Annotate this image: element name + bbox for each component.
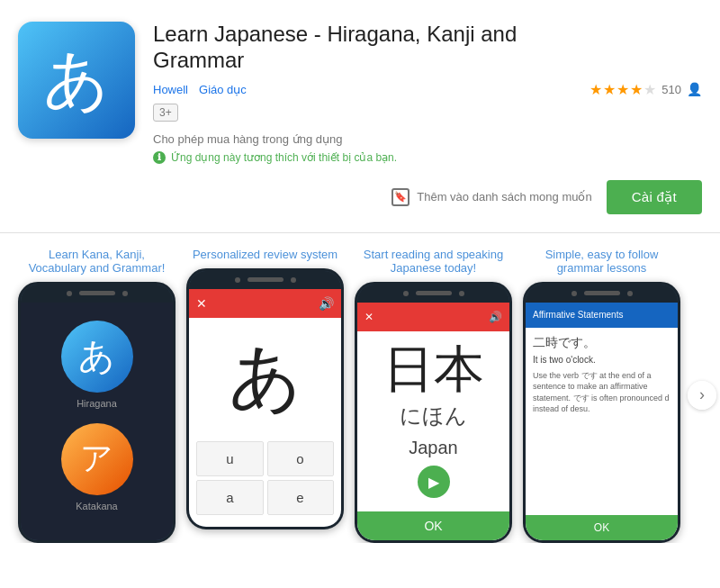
- english-display: Japan: [409, 438, 458, 458]
- answer-a[interactable]: a: [196, 480, 263, 515]
- phone-frame-2: ✕ 🔊 あ u o a e: [186, 268, 344, 529]
- review-kana: あ: [229, 330, 302, 427]
- phone4-title: Affirmative Statements: [533, 310, 623, 320]
- install-button[interactable]: Cài đặt: [607, 180, 702, 214]
- action-row: 🔖 Thêm vào danh sách mong muốn Cài đặt: [153, 180, 702, 214]
- screenshot-1: Learn Kana, Kanji,Vocabulary and Grammar…: [18, 248, 176, 543]
- answer-grid: u o a e: [196, 441, 333, 515]
- app-icon-wrapper: あ: [18, 22, 135, 214]
- hiragana-display: にほん: [400, 402, 467, 430]
- phone4-main: 二時です。 It is two o'clock. Use the verb です…: [526, 328, 678, 515]
- notch-speaker-2: [248, 277, 284, 282]
- notch-dot-6: [459, 291, 464, 296]
- answer-o[interactable]: o: [267, 441, 334, 476]
- screenshot-3-caption: Start reading and speaking Japanese toda…: [355, 248, 512, 275]
- phone4-topbar: Affirmative Statements: [526, 303, 678, 328]
- notch-dot-1: [67, 291, 72, 296]
- answer-e[interactable]: e: [267, 480, 334, 515]
- star-5: ★: [644, 81, 656, 98]
- star-3: ★: [616, 81, 629, 98]
- wishlist-button[interactable]: 🔖 Thêm vào danh sách mong muốn: [392, 188, 591, 206]
- phone2-main: あ u o a e: [189, 318, 341, 527]
- lesson-translation: It is two o'clock.: [533, 355, 670, 365]
- katakana-circle: ア: [61, 423, 133, 495]
- phone-frame-4: Affirmative Statements 二時です。 It is two o…: [523, 282, 680, 543]
- phone4-ok-bar[interactable]: OK: [526, 515, 678, 540]
- phone-notch-4: [526, 285, 678, 303]
- phone3-ok-bar[interactable]: OK: [357, 511, 509, 540]
- age-badge: 3+: [153, 104, 702, 122]
- notch-speaker-4: [584, 291, 620, 295]
- katakana-label: Katakana: [76, 501, 117, 511]
- hiragana-label: Hiragana: [76, 398, 117, 409]
- compatible-text: Ứng dụng này tương thích với thiết bị củ…: [171, 151, 397, 164]
- app-info: Learn Japanese - Hiragana, Kanji and Gra…: [153, 22, 702, 214]
- rating-count: 510: [662, 83, 681, 96]
- screenshot-4: Simple, easy to follow grammar lessons A…: [523, 248, 680, 543]
- app-icon: あ: [18, 22, 135, 139]
- notch-dot-2: [122, 291, 128, 296]
- notch-dot-5: [403, 291, 409, 296]
- phone3-topbar: ✕ 🔊: [357, 303, 509, 331]
- phone-notch-2: [189, 271, 341, 289]
- phone-frame-3: ✕ 🔊 日本 にほん Japan ▶ OK: [355, 282, 512, 543]
- screenshot-4-caption: Simple, easy to follow grammar lessons: [523, 248, 680, 275]
- app-title: Learn Japanese - Hiragana, Kanji and Gra…: [153, 22, 567, 74]
- phone2-topbar: ✕ 🔊: [189, 289, 341, 318]
- answer-u[interactable]: u: [196, 441, 263, 476]
- phone-frame-1: あ Hiragana ア Katakana: [18, 282, 176, 543]
- lesson-body: Use the verb です at the end of a sentence…: [533, 370, 670, 415]
- app-meta-row: Howell Giáo dục ★ ★ ★ ★ ★ 510 👤: [153, 81, 702, 98]
- phone3-close-icon: ✕: [364, 311, 374, 323]
- phone2-volume-icon: 🔊: [319, 296, 334, 311]
- app-header: あ Learn Japanese - Hiragana, Kanji and G…: [0, 0, 720, 232]
- notch-dot-8: [627, 291, 633, 296]
- notch-dot-3: [235, 277, 240, 283]
- next-arrow[interactable]: ›: [688, 381, 716, 410]
- phone-notch-1: [21, 285, 173, 303]
- phone-screen-1: あ Hiragana ア Katakana: [21, 303, 173, 540]
- kanji-display: 日本: [383, 344, 484, 394]
- phone-screen-4: Affirmative Statements 二時です。 It is two o…: [526, 303, 678, 540]
- phone2-close-icon: ✕: [196, 296, 207, 311]
- purchase-notice: Cho phép mua hàng trong ứng dụng: [153, 132, 702, 146]
- screenshot-2: Personalized review system ✕ 🔊 あ u: [186, 248, 344, 543]
- phone3-volume-icon: 🔊: [489, 311, 502, 323]
- notch-speaker-1: [79, 291, 115, 295]
- phone-notch-3: [357, 285, 509, 303]
- compatible-icon: ℹ: [153, 151, 166, 164]
- phone-screen-3: ✕ 🔊 日本 にほん Japan ▶ OK: [357, 303, 509, 540]
- notch-dot-7: [572, 291, 577, 296]
- notch-dot-4: [291, 277, 296, 283]
- star-rating: ★ ★ ★ ★ ★: [590, 81, 656, 98]
- screenshots-scroll: Learn Kana, Kanji,Vocabulary and Grammar…: [0, 248, 720, 543]
- star-1: ★: [590, 81, 602, 98]
- rating-row: ★ ★ ★ ★ ★ 510 👤: [590, 81, 702, 98]
- compatible-row: ℹ Ứng dụng này tương thích với thiết bị …: [153, 151, 702, 164]
- star-4: ★: [630, 81, 643, 98]
- screenshot-1-caption: Learn Kana, Kanji,Vocabulary and Grammar…: [29, 248, 166, 275]
- star-2: ★: [603, 81, 616, 98]
- play-button[interactable]: ▶: [418, 466, 450, 498]
- screenshot-3: Start reading and speaking Japanese toda…: [355, 248, 512, 543]
- screenshot-2-caption: Personalized review system: [193, 248, 338, 261]
- wishlist-label: Thêm vào danh sách mong muốn: [417, 190, 591, 204]
- developer-link[interactable]: Howell: [153, 83, 188, 96]
- phone-screen-2: ✕ 🔊 あ u o a e: [189, 289, 341, 527]
- phone3-main: 日本 にほん Japan ▶: [357, 331, 509, 511]
- notch-speaker-3: [416, 291, 452, 295]
- person-icon: 👤: [687, 82, 702, 96]
- hiragana-circle: あ: [61, 321, 133, 393]
- screenshots-section: Learn Kana, Kanji,Vocabulary and Grammar…: [0, 233, 720, 557]
- wishlist-icon: 🔖: [392, 188, 410, 206]
- category-link[interactable]: Giáo dục: [199, 83, 247, 96]
- lesson-sentence: 二時です。: [533, 335, 670, 351]
